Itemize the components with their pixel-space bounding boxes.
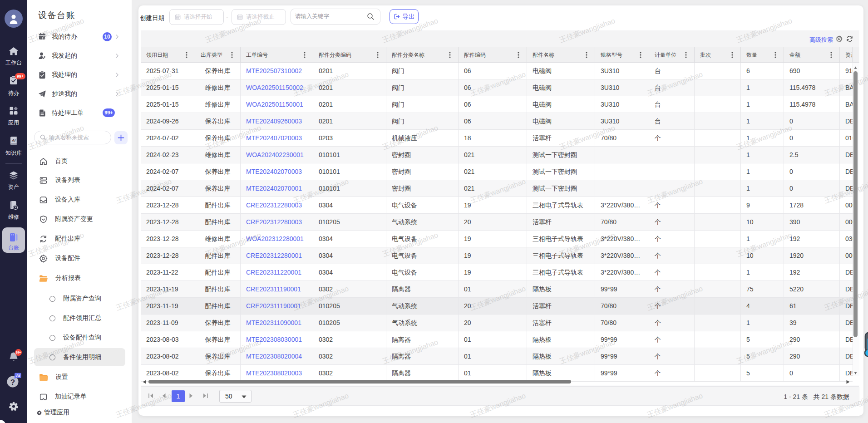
svg-text:AI: AI — [15, 373, 20, 378]
svg-text:AI: AI — [11, 138, 16, 143]
svg-text:?: ? — [10, 378, 15, 387]
